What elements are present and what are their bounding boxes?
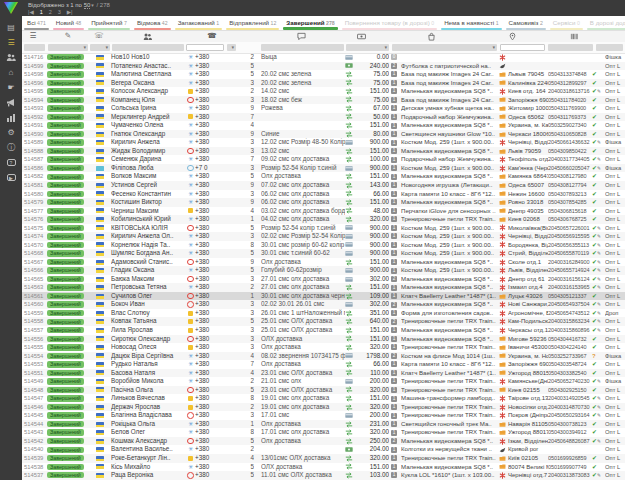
table-row[interactable]: 514554ЗавершенийДацюк Віра Сергіївна✳+38… [22, 352, 625, 361]
table-row[interactable]: 514559ЗавершенийВлас Слотюу+380326.01 см… [22, 309, 625, 318]
table-row[interactable]: 514545ЗавершенийБлагінна Владіслава+3803… [22, 411, 625, 420]
table-row[interactable]: 514590ЗавершенийГнатюк Олександр✳+3809Си… [22, 130, 625, 139]
column-filter[interactable] [261, 44, 344, 52]
table-row[interactable]: 514548ЗавершенийПасічна Ольга+380523.01 … [22, 386, 625, 395]
page-number[interactable]: 2 [49, 9, 52, 15]
tab-Всі[interactable]: Всі471 [22, 16, 51, 30]
table-row[interactable]: 514570ЗавершенийКорнелюк Надія Та..✳+380… [22, 241, 625, 250]
table-row[interactable]: 514582ЗавершенийВолков Максим✳+3805Олх д… [22, 172, 625, 181]
call-column-icon[interactable]: ☏ [92, 31, 106, 41]
last-page-button[interactable]: ▶| [67, 9, 73, 15]
bank-icon[interactable]: ⌂ [4, 68, 18, 78]
column-filter[interactable] [500, 44, 545, 52]
table-row[interactable]: 514568ЗавершенийШумляс Богдана Ан..✳+380… [22, 249, 625, 258]
table-row[interactable]: 514591ЗавершенийЧумаченко Олена✳+3804151… [22, 121, 625, 130]
help-icon[interactable]: ? [4, 158, 18, 168]
tab-Завершений[interactable]: Завершений278 [281, 16, 339, 30]
table-row[interactable]: 514551ЗавершенийБасова Наталя✳+380423.01… [22, 369, 625, 378]
table-row[interactable]: 514579ЗавершенийКостишин Виктор✳+380906.… [22, 198, 625, 207]
delivery-column-icon[interactable] [505, 31, 519, 41]
table-row[interactable]: 514586ЗавершенийФіліпова Люба+7 03Розмір… [22, 164, 625, 173]
stats-icon[interactable] [4, 113, 18, 123]
table-row[interactable]: 514576ЗавершенийКобилинський Юрий✳+38010… [22, 215, 625, 224]
table-row[interactable]: 514589ЗавершенийКирилич Анжела✳+380312.0… [22, 138, 625, 147]
orders-icon[interactable]: ☰ [4, 38, 18, 48]
page-number[interactable]: 1 [40, 9, 43, 15]
tab-Сервіси[interactable]: Сервіси0 [548, 16, 585, 30]
table-row[interactable]: 514575ЗавершенийКВІТОВСЬКА ЮЛІЯ+3805Розм… [22, 224, 625, 233]
column-filter[interactable]: ▼ [227, 44, 236, 52]
table-row[interactable]: 514574ЗавершенийКирилич Анжела Ол..✳+380… [22, 232, 625, 241]
column-filter[interactable] [548, 44, 593, 52]
table-row[interactable]: 514566ЗавершенийГладик Оксана✳+3805Голуб… [22, 266, 625, 275]
column-filter[interactable]: ▼ [346, 44, 389, 52]
dashboard-icon[interactable]: ▤ [4, 23, 18, 33]
table-row[interactable]: 514540ЗавершенийВалентина Василье..✳+380… [22, 445, 625, 454]
table-row[interactable]: 514547ЗавершенийЛиньков Вячеслав+380819.… [22, 394, 625, 403]
client-column-icon[interactable] [140, 31, 154, 41]
first-page-button[interactable]: |◀ [28, 9, 34, 15]
table-row[interactable]: 514537ЗавершенийРаца Вероніка+380511.01 … [22, 471, 625, 480]
tab-Запакований[interactable]: Запакований1 [173, 16, 225, 30]
settings-icon[interactable]: ⚙ [4, 128, 18, 138]
tab-Прийнятий[interactable]: Прийнятий7 [86, 16, 132, 30]
id-column-icon[interactable]: ☰ [26, 31, 40, 41]
table-row[interactable]: 514544ЗавершенийРокіцька Ольга✳+3801Олх … [22, 420, 625, 429]
ttn-column-icon[interactable] [567, 31, 581, 41]
payment-column-icon[interactable] [354, 31, 368, 41]
table-row[interactable]: 514567ЗавершенийАдамовский Станис..+3809… [22, 258, 625, 267]
column-filter[interactable] [596, 44, 623, 52]
table-row[interactable]: 514598ЗавершенийМалютина Светлана✳+38052… [22, 70, 625, 79]
table-row[interactable]: 514549ЗавершенийВоробйов Микола✳+380221.… [22, 377, 625, 386]
table-row[interactable]: 514565ЗавершенийБаюка Максим+380327.01 с… [22, 275, 625, 284]
column-filter[interactable] [24, 44, 45, 52]
table-row[interactable]: 514555ЗавершенийНовосад Олеся+3803Олх до… [22, 343, 625, 352]
table-row[interactable]: 514542ЗавершенийКошмак Александр+3805Олх… [22, 437, 625, 446]
table-row[interactable]: 514577ЗавершенийЧерниш Максим+380403.02 … [22, 207, 625, 216]
table-row[interactable]: 514594ЗавершенийКомпанец Юля+380318.02 с… [22, 96, 625, 105]
app-logo[interactable] [4, 2, 18, 14]
table-row[interactable]: 514588ЗавершенийЖидак Володимир+380313.0… [22, 147, 625, 156]
products-column-icon[interactable] [424, 31, 438, 41]
status-column-icon[interactable]: ✎ [61, 31, 75, 41]
table-row[interactable]: 514563ЗавершенийПетровська Тетяна✳+38022… [22, 283, 625, 292]
table-row[interactable]: 514596ЗавершенийВегера Оксана✳+380320.02… [22, 79, 625, 88]
table-row[interactable]: 514587ЗавершенийСеменюк Дарина✳+380709.0… [22, 155, 625, 164]
table-row[interactable]: 514556ЗавершенийСиротюк Олександр+3803ОЛ… [22, 335, 625, 344]
column-filter[interactable] [112, 44, 184, 52]
page-number[interactable]: 3 [58, 9, 61, 15]
table-row[interactable]: 514546ЗавершенийДержач Ярослав+380219.01… [22, 403, 625, 412]
table-row[interactable]: 514560ЗавершенийБокоч Иван+380302.02 30.… [22, 300, 625, 309]
table-row[interactable]: 514593ЗавершенийСольська Ірина✳+3809Роже… [22, 104, 625, 113]
marketing-icon[interactable] [4, 98, 18, 108]
phone-column-icon[interactable]: ☎ [205, 31, 219, 41]
table-row[interactable]: 514553ЗавершенийРудько Наталья✳+3807Олх … [22, 360, 625, 369]
tab-В дорозі додому[interactable]: В дорозі додому0 [585, 16, 625, 30]
table-row[interactable]: 514599ЗавершенийПотапенко Анастас..✳+380… [22, 62, 625, 71]
table-row[interactable]: 514581ЗавершенийУстинов Сергей✳+380907.0… [22, 181, 625, 190]
tab-Повернення товару (в дорозі)[interactable]: Повернення товару (в дорозі)0 [340, 16, 439, 30]
tab-Нема в наявності[interactable]: Нема в наявності1 [439, 16, 503, 30]
table-row[interactable]: 514558ЗавершенийКовпак Татьяна+380525.01… [22, 317, 625, 326]
table-row[interactable]: 514543ЗавершенийБелов Олег✳+380817.01 см… [22, 428, 625, 437]
info-icon[interactable]: ⓘ [4, 143, 18, 153]
tab-Самовивіз[interactable]: Самовивіз2 [504, 16, 548, 30]
clients-icon[interactable] [4, 53, 18, 63]
table-row[interactable]: 514539ЗавершенийРоке-Бетанкурт Лін..+380… [22, 454, 625, 463]
deals-icon[interactable]: ☛ [4, 83, 18, 93]
column-filter[interactable]: ▼ [90, 44, 110, 52]
table-row[interactable]: 514538ЗавершенийКісь Михайло✳+3805ОЛХ до… [22, 463, 625, 472]
table-row[interactable]: 514595ЗавершенийКолосок Александр+380214… [22, 87, 625, 96]
column-filter[interactable]: ▼ [392, 44, 497, 52]
table-row[interactable]: 514592ЗавершенийМерклингер Андрей+380750… [22, 113, 625, 122]
video-icon[interactable]: ▶ [4, 173, 18, 183]
column-filter[interactable]: ▼ [48, 44, 88, 52]
table-row[interactable]: 514557ЗавершенийЛила Ярослав+380325.01 с… [22, 326, 625, 335]
column-filter[interactable] [186, 44, 224, 52]
table-row[interactable]: 514716ЗавершенийНов10 Нов10✳+3802Выца0.0… [22, 53, 625, 62]
table-row[interactable]: 514561ЗавершенийСучилов Олег+380130.01 с… [22, 292, 625, 301]
tab-Новий[interactable]: Новий48 [51, 16, 86, 30]
tab-Відправлений[interactable]: Відправлений12 [224, 16, 281, 30]
comment-column-icon[interactable] [294, 31, 308, 41]
table-row[interactable]: 514580ЗавершенийФесенко Константин✳+3803… [22, 190, 625, 199]
